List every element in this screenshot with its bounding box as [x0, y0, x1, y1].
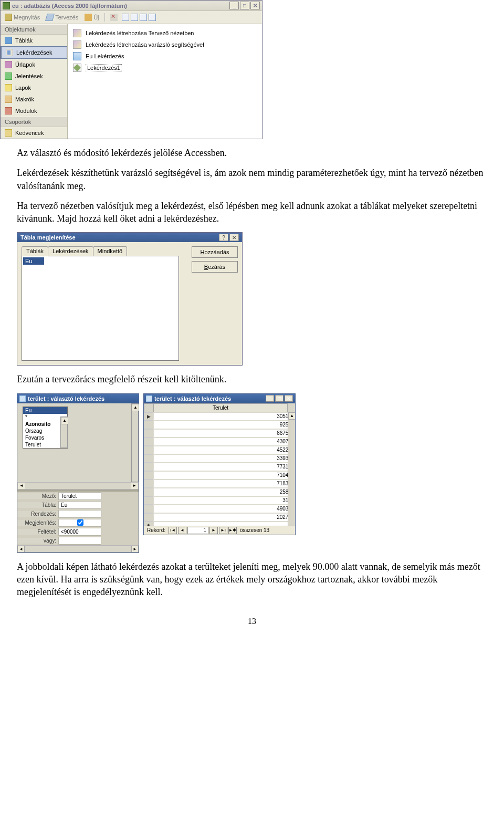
content-row[interactable]: Eu Lekérdezés — [71, 50, 259, 62]
datasheet-row[interactable]: 33933 — [144, 454, 295, 463]
minimize-button[interactable]: _ — [229, 2, 239, 9]
row-selector[interactable] — [144, 488, 153, 496]
scroll-left-icon[interactable]: ◄ — [18, 483, 25, 489]
pane-horizontal-scrollbar[interactable]: ◄ ► — [17, 482, 139, 489]
tab-tables[interactable]: Táblák — [22, 246, 48, 256]
add-button[interactable]: Hozzáadás — [192, 246, 238, 258]
close-button[interactable]: ✕ — [285, 395, 293, 402]
row-selector[interactable] — [144, 429, 153, 437]
grid-cell-field[interactable]: Terulet — [58, 492, 101, 500]
sidebar-item-qry[interactable]: Lekérdezések — [1, 46, 67, 59]
qd-fieldlist[interactable]: Eu *AzonositoOrszagFovarosTerulet ▲ — [23, 407, 68, 449]
delete-button[interactable] — [108, 13, 120, 22]
row-selector[interactable] — [144, 463, 153, 471]
sidebar-item-tbl[interactable]: Táblák — [1, 35, 67, 46]
grid-cell-show[interactable] — [58, 519, 101, 527]
cell-terulet[interactable]: 45227 — [153, 446, 295, 454]
sidebar-item-mod[interactable]: Modulok — [1, 105, 67, 117]
row-selector[interactable] — [144, 505, 153, 513]
row-selector[interactable] — [144, 513, 153, 522]
close-dialog-button[interactable]: Bezárás — [192, 261, 238, 273]
cell-terulet[interactable]: 43077 — [153, 437, 295, 446]
scroll-right-icon[interactable]: ► — [131, 483, 138, 489]
datasheet-row[interactable]: 316 — [144, 496, 295, 505]
recnav-prev-button[interactable]: ◄ — [178, 527, 186, 534]
show-checkbox[interactable] — [77, 519, 83, 526]
scroll-up-icon[interactable]: ▲ — [132, 404, 139, 411]
view-details-icon[interactable] — [149, 14, 156, 21]
sidebar-item-rpt[interactable]: Jelentések — [1, 70, 67, 82]
datasheet-row[interactable]: 49033 — [144, 505, 295, 513]
new-record-row[interactable] — [144, 522, 295, 526]
grid-cell-sort[interactable] — [58, 510, 101, 518]
tab-both[interactable]: Mindkettő — [93, 246, 128, 256]
close-button[interactable]: ✕ — [250, 2, 260, 9]
row-selector-header[interactable] — [144, 403, 153, 412]
grid-cell-or[interactable] — [58, 537, 101, 545]
cell-terulet[interactable]: 77311 — [153, 463, 295, 471]
row-selector[interactable] — [144, 496, 153, 505]
scroll-left-icon[interactable]: ◄ — [17, 546, 25, 553]
column-header-terulet[interactable]: Terulet — [153, 403, 288, 412]
dialog-help-button[interactable]: ? — [219, 234, 228, 241]
row-selector[interactable] — [144, 437, 153, 446]
row-selector[interactable] — [144, 471, 153, 480]
datasheet-row[interactable]: 45227 — [144, 446, 295, 454]
qd-relationship-pane[interactable]: Eu *AzonositoOrszagFovarosTerulet ▲ ▲ — [17, 403, 139, 482]
view-switcher[interactable] — [122, 14, 156, 21]
tab-queries[interactable]: Lekérdezések — [48, 246, 93, 256]
recnav-last-button[interactable]: ►I — [219, 527, 227, 534]
recnav-next-button[interactable]: ► — [209, 527, 218, 534]
scroll-up-icon[interactable]: ▲ — [288, 412, 295, 420]
row-selector[interactable] — [144, 421, 153, 429]
cell-terulet[interactable]: 20273 — [153, 513, 295, 522]
recnav-current[interactable]: 1 — [187, 527, 208, 534]
minimize-button[interactable]: _ — [266, 395, 274, 402]
sidebar-item-frm[interactable]: Űrlapok — [1, 59, 67, 70]
cell-terulet[interactable]: 30519 — [153, 412, 295, 421]
scroll-up-icon[interactable]: ▲ — [61, 417, 68, 424]
row-selector[interactable] — [144, 480, 153, 488]
pane-vertical-scrollbar[interactable]: ▲ — [131, 403, 139, 482]
cell-terulet[interactable]: 9251 — [153, 421, 295, 429]
maximize-button[interactable]: □ — [275, 395, 284, 402]
scroll-right-icon[interactable]: ► — [131, 546, 139, 553]
datasheet-row[interactable]: 9251 — [144, 421, 295, 429]
content-row[interactable]: Lekérdezés létrehozása Tervező nézetben — [71, 27, 259, 39]
view-large-icon[interactable] — [122, 14, 129, 21]
datasheet-row[interactable]: 43077 — [144, 437, 295, 446]
open-button[interactable]: Megnyitás — [3, 13, 42, 22]
sidebar-item-pgs[interactable]: Lapok — [1, 82, 67, 93]
datasheet-row[interactable]: 71831 — [144, 480, 295, 488]
datasheet-row[interactable]: 2586 — [144, 488, 295, 496]
datasheet-row[interactable]: 77311 — [144, 463, 295, 471]
maximize-button[interactable]: □ — [240, 2, 249, 9]
datasheet-row[interactable]: 30519 — [144, 412, 295, 421]
fieldlist-scrollbar[interactable]: ▲ — [60, 416, 68, 448]
design-button[interactable]: Tervezés — [44, 13, 80, 22]
content-row[interactable]: Lekérdezés1 — [71, 62, 259, 74]
grid-cell-criteria[interactable]: <90000 — [58, 528, 101, 536]
view-small-icon[interactable] — [131, 14, 138, 21]
cell-terulet[interactable]: 316 — [153, 496, 295, 505]
table-listbox[interactable]: Eu — [22, 256, 179, 361]
table-list-item[interactable]: Eu — [23, 257, 44, 265]
datasheet-vertical-scrollbar[interactable]: ▲ — [288, 412, 295, 526]
row-selector[interactable] — [144, 454, 153, 463]
view-list-icon[interactable] — [140, 14, 147, 21]
grid-cell-table[interactable]: Eu — [58, 501, 101, 509]
recnav-new-button[interactable]: ►✱ — [228, 527, 237, 534]
sidebar-item-favorites[interactable]: Kedvencek — [1, 127, 67, 139]
datasheet-row[interactable]: 86753 — [144, 429, 295, 437]
row-selector[interactable] — [144, 446, 153, 454]
dialog-close-button[interactable]: ✕ — [229, 234, 239, 241]
cell-terulet[interactable]: 86753 — [153, 429, 295, 437]
datasheet-row[interactable]: 71048 — [144, 471, 295, 480]
datasheet-row[interactable]: 20273 — [144, 513, 295, 522]
recnav-first-button[interactable]: I◄ — [169, 527, 177, 534]
cell-terulet[interactable]: 49033 — [153, 505, 295, 513]
cell-terulet[interactable]: 71048 — [153, 471, 295, 480]
new-button[interactable]: Új — [82, 13, 101, 22]
cell-terulet[interactable]: 71831 — [153, 480, 295, 488]
cell-terulet[interactable]: 2586 — [153, 488, 295, 496]
